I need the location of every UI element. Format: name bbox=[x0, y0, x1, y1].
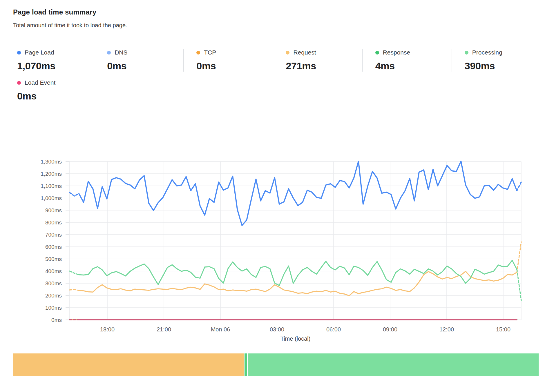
stat-label: Request bbox=[293, 49, 316, 56]
page-subtitle: Total amount of time it took to load the… bbox=[13, 22, 541, 29]
stat-request[interactable]: Request 271ms bbox=[273, 49, 362, 72]
page-load-legend-dot bbox=[17, 51, 21, 55]
stat-tcp[interactable]: TCP 0ms bbox=[183, 49, 273, 72]
request-line-dashed bbox=[70, 290, 79, 291]
y-tick-label: 300ms bbox=[45, 280, 62, 286]
x-tick-label: 06:00 bbox=[326, 326, 341, 333]
page_load-line bbox=[79, 161, 517, 225]
x-tick-label: 15:00 bbox=[496, 326, 510, 333]
stat-response[interactable]: Response 4ms bbox=[362, 49, 452, 72]
processing-legend-dot bbox=[465, 51, 468, 55]
response-legend-dot bbox=[375, 51, 379, 55]
request-share-segment[interactable] bbox=[13, 353, 244, 376]
x-tick-label: 21:00 bbox=[157, 326, 171, 333]
processing-share-segment[interactable] bbox=[248, 353, 539, 376]
x-tick-label: 12:00 bbox=[439, 326, 454, 333]
request-legend-dot bbox=[286, 51, 289, 55]
x-tick-label: Mon 06 bbox=[211, 326, 230, 333]
stat-label: Page Load bbox=[25, 49, 54, 56]
stats-row-2: Load Event 0ms bbox=[13, 79, 541, 102]
stat-value: 0ms bbox=[196, 60, 273, 72]
tcp-legend-dot bbox=[196, 51, 200, 55]
stat-value: 390ms bbox=[465, 60, 541, 72]
x-tick-label: 03:00 bbox=[270, 326, 284, 333]
page-title: Page load time summary bbox=[13, 8, 541, 16]
stat-dns[interactable]: DNS 0ms bbox=[94, 49, 183, 72]
x-axis-title: Time (local) bbox=[280, 335, 311, 342]
stat-value: 0ms bbox=[107, 60, 183, 72]
page_load-line-dashed bbox=[70, 193, 79, 196]
x-tick-label: 09:00 bbox=[383, 326, 397, 333]
stat-label: Processing bbox=[472, 49, 502, 56]
y-tick-label: 900ms bbox=[45, 207, 62, 213]
y-tick-label: 600ms bbox=[45, 244, 62, 250]
page_load-line-dashed bbox=[517, 182, 521, 191]
x-tick-label: 18:00 bbox=[100, 326, 115, 333]
stats-row: Page Load 1,070ms DNS 0ms TCP 0ms Reques… bbox=[13, 49, 541, 72]
y-tick-label: 100ms bbox=[45, 305, 62, 311]
chart-area: 0ms100ms200ms300ms400ms500ms600ms700ms80… bbox=[13, 122, 541, 349]
stat-value: 1,070ms bbox=[17, 60, 94, 72]
processing-line bbox=[79, 260, 517, 286]
stat-processing[interactable]: Processing 390ms bbox=[452, 49, 541, 72]
load-time-chart[interactable]: 0ms100ms200ms300ms400ms500ms600ms700ms80… bbox=[13, 122, 541, 348]
stat-label: Response bbox=[383, 49, 410, 56]
page-load-summary-panel: Page load time summary Total amount of t… bbox=[0, 0, 554, 376]
stat-label: Load Event bbox=[25, 79, 55, 86]
request-line-dashed bbox=[517, 242, 521, 272]
stat-value: 271ms bbox=[286, 60, 362, 72]
y-tick-label: 400ms bbox=[45, 268, 62, 274]
load-distribution-bar[interactable] bbox=[13, 353, 539, 376]
y-tick-label: 500ms bbox=[45, 256, 62, 262]
processing-line-dashed bbox=[70, 271, 79, 275]
y-tick-label: 700ms bbox=[45, 232, 62, 238]
y-tick-label: 800ms bbox=[45, 219, 62, 226]
dns-legend-dot bbox=[107, 51, 111, 55]
stat-page-load[interactable]: Page Load 1,070ms bbox=[13, 49, 94, 72]
y-tick-label: 1,300ms bbox=[41, 159, 62, 165]
load-event-legend-dot bbox=[17, 81, 21, 85]
y-tick-label: 1,200ms bbox=[41, 171, 62, 177]
gridlines bbox=[66, 161, 521, 320]
stat-load-event[interactable]: Load Event 0ms bbox=[13, 79, 96, 102]
stat-label: TCP bbox=[204, 49, 216, 56]
stat-value: 4ms bbox=[375, 60, 452, 72]
response-share-segment[interactable] bbox=[245, 353, 247, 376]
y-tick-label: 1,100ms bbox=[41, 183, 62, 189]
y-tick-label: 200ms bbox=[45, 293, 62, 299]
stat-value: 0ms bbox=[17, 90, 96, 102]
y-tick-label: 0ms bbox=[51, 317, 62, 323]
processing-line-dashed bbox=[517, 269, 521, 300]
stat-label: DNS bbox=[115, 49, 127, 56]
y-tick-label: 1,000ms bbox=[41, 195, 62, 201]
